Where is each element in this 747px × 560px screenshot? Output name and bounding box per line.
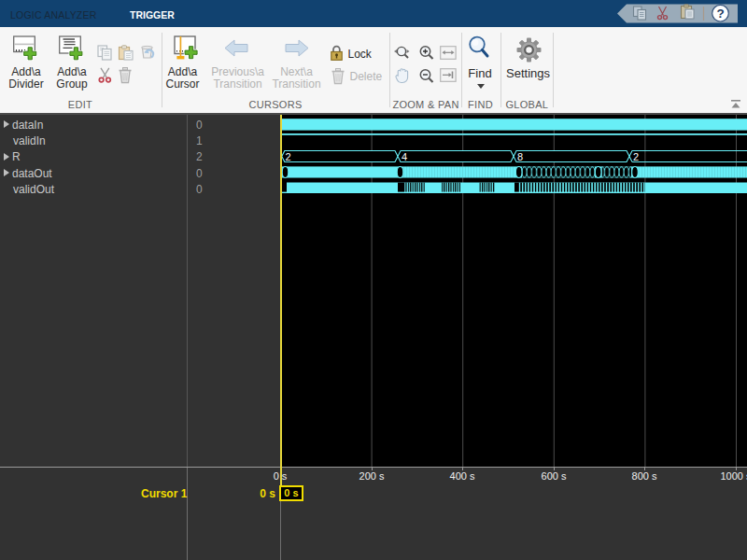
svg-text:?: ? bbox=[716, 7, 724, 21]
svg-text:4: 4 bbox=[402, 151, 407, 162]
svg-text:2: 2 bbox=[633, 151, 639, 162]
svg-text:8: 8 bbox=[517, 151, 523, 162]
svg-text:2: 2 bbox=[286, 151, 291, 162]
